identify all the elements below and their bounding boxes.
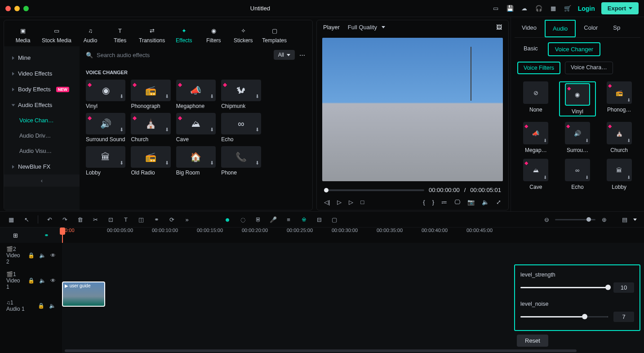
sidebar-item-body-effects[interactable]: Body EffectsNEW: [4, 81, 80, 97]
tab-transitions[interactable]: ⇄Transitions: [136, 24, 168, 45]
inspector-tab-audio[interactable]: Audio: [545, 20, 576, 37]
level-strength-value[interactable]: 10: [613, 282, 634, 293]
link-tracks-button[interactable]: ⚭: [44, 232, 49, 239]
apps-icon[interactable]: ▦: [549, 4, 557, 13]
inspector-tab-video[interactable]: Video: [515, 20, 544, 37]
mic-icon[interactable]: 🎤: [269, 216, 277, 223]
effect-megaphone[interactable]: ◆📣⬇Megaphone: [176, 80, 216, 109]
track-header-audio1[interactable]: ♫1Audio 1 🔒🔈: [0, 293, 62, 318]
visibility-icon[interactable]: 👁: [50, 277, 56, 284]
link-button[interactable]: ⚭: [152, 216, 160, 223]
preset-none[interactable]: ⊘None: [517, 81, 555, 116]
effect-echo[interactable]: ∞⬇Echo: [221, 113, 261, 143]
preset-vinyl[interactable]: ◆◉Vinyl: [561, 83, 595, 115]
prev-frame-button[interactable]: ◁|: [324, 199, 330, 206]
effect-surround-sound[interactable]: ◆🔊⬇Surround Sound: [86, 113, 125, 143]
playback-scrubber[interactable]: [324, 189, 424, 191]
chevron-down-icon[interactable]: [633, 219, 637, 221]
preset-cave[interactable]: ◆⛰⬇Cave: [517, 159, 555, 190]
cart-icon[interactable]: 🛒: [564, 4, 572, 13]
track-header-video2[interactable]: 🎬2Video 2 🔒🔈👁: [0, 243, 62, 268]
cut-button[interactable]: ✂: [91, 216, 99, 223]
sidebar-item-audio-effects[interactable]: Audio Effects: [4, 97, 80, 113]
chip-voice-filters[interactable]: Voice Filters: [517, 62, 560, 74]
lock-icon[interactable]: 🔒: [28, 252, 35, 259]
play-forward-button[interactable]: ▷: [349, 199, 353, 206]
preset-lobby[interactable]: 🏛⬇Lobby: [600, 159, 638, 190]
mute-icon[interactable]: 🔈: [49, 303, 56, 309]
export-button[interactable]: Export: [601, 2, 639, 14]
subtab-basic[interactable]: Basic: [517, 42, 544, 56]
fullscreen-button[interactable]: ⤢: [496, 199, 501, 206]
effect-church[interactable]: ◆⛪⬇Church: [131, 113, 170, 143]
more-options-button[interactable]: ⋯: [299, 52, 306, 58]
inspector-tab-speed[interactable]: Sp: [606, 20, 620, 37]
close-window-button[interactable]: [5, 6, 11, 11]
sidebar-item-mine[interactable]: Mine: [4, 50, 80, 66]
lock-icon[interactable]: 🔒: [38, 303, 44, 309]
redo-button[interactable]: ↷: [61, 216, 69, 223]
shield-icon[interactable]: ⛨: [254, 216, 262, 223]
preset-surround[interactable]: ◆🔊⬇Surrou…: [559, 122, 596, 153]
level-noise-value[interactable]: 7: [613, 312, 634, 322]
login-button[interactable]: Login: [578, 5, 595, 12]
zoom-slider[interactable]: [555, 219, 595, 220]
effect-vinyl[interactable]: ◆◉⬇Vinyl: [86, 80, 125, 109]
play-button[interactable]: ▷: [337, 199, 342, 206]
minimize-window-button[interactable]: [14, 6, 20, 11]
quality-dropdown[interactable]: Full Quality: [348, 24, 385, 31]
video-preview[interactable]: [322, 38, 503, 181]
tab-templates[interactable]: ▢Templates: [259, 24, 289, 45]
video-clip[interactable]: ▶ user guide: [62, 282, 105, 307]
audio-button[interactable]: 🔈: [482, 199, 489, 206]
preset-megaphone[interactable]: ◆📣⬇Megap…: [517, 122, 555, 153]
lock-icon[interactable]: 🔒: [28, 277, 35, 284]
tab-media[interactable]: ▣Media: [9, 24, 36, 45]
zoom-in-button[interactable]: ⊕: [600, 216, 608, 223]
tab-titles[interactable]: TTitles: [107, 24, 133, 45]
square-icon[interactable]: ▢: [330, 216, 338, 223]
pointer-icon[interactable]: ↖: [22, 216, 31, 223]
sidebar-item-audio-visualizer[interactable]: Audio Visu…: [4, 143, 80, 159]
chip-voice-characters[interactable]: Voice Chara…: [565, 62, 613, 74]
reset-button[interactable]: Reset: [517, 335, 548, 347]
snapshot-icon[interactable]: 🖼: [496, 24, 502, 31]
effect-chipmunk[interactable]: ◆🐿⬇Chipmunk: [221, 80, 261, 109]
save-icon[interactable]: 💾: [506, 4, 514, 13]
zoom-out-button[interactable]: ⊖: [542, 216, 551, 223]
camera-snapshot-button[interactable]: 📷: [467, 199, 475, 206]
marker-button[interactable]: ※: [300, 216, 308, 223]
preset-church[interactable]: ◆⛪⬇Church: [600, 122, 638, 153]
collapse-sidebar-button[interactable]: ‹: [4, 174, 80, 187]
level-noise-slider[interactable]: [520, 316, 608, 317]
display-icon[interactable]: ▭: [492, 4, 500, 13]
sidebar-item-voice-changer[interactable]: Voice Chan…: [4, 113, 80, 128]
mute-icon[interactable]: 🔈: [39, 277, 46, 284]
display-output-button[interactable]: 🖵: [454, 199, 460, 206]
view-mode-icon[interactable]: ▤: [621, 216, 629, 223]
options-button[interactable]: ≔: [441, 199, 447, 206]
text-button[interactable]: T: [122, 216, 130, 223]
search-input[interactable]: 🔍Search audio effects: [86, 52, 269, 58]
delete-button[interactable]: 🗑: [76, 216, 84, 223]
tab-effects[interactable]: ✦Effects: [170, 24, 197, 45]
sidebar-item-video-effects[interactable]: Video Effects: [4, 66, 80, 81]
shape-button[interactable]: ◫: [137, 216, 145, 223]
more-tools-button[interactable]: »: [183, 216, 191, 223]
refresh-button[interactable]: ⟳: [168, 216, 176, 223]
effect-old-radio[interactable]: 📻⬇Old Radio: [131, 146, 170, 176]
tab-filters[interactable]: ◉Filters: [200, 24, 227, 45]
inspector-tab-color[interactable]: Color: [577, 20, 605, 37]
frame-icon[interactable]: ⊟: [315, 216, 323, 223]
ai-button[interactable]: ☻: [223, 216, 231, 223]
subtab-voice-changer[interactable]: Voice Changer: [548, 42, 600, 56]
timeline-ruler[interactable]: 00:00 00:00:05:00 00:00:10:00 00:00:15:0…: [62, 228, 644, 243]
filter-dropdown[interactable]: All: [274, 50, 295, 60]
mute-icon[interactable]: 🔈: [39, 252, 46, 259]
effect-cave[interactable]: ◆⛰⬇Cave: [176, 113, 216, 143]
effect-big-room[interactable]: 🏠⬇Big Room: [176, 146, 216, 176]
preset-phonograph[interactable]: ◆📻⬇Phonog…: [600, 81, 638, 116]
add-track-button[interactable]: ⊞: [13, 232, 18, 239]
sidebar-item-newblue[interactable]: NewBlue FX: [4, 159, 80, 174]
mark-out-button[interactable]: }: [432, 199, 434, 206]
